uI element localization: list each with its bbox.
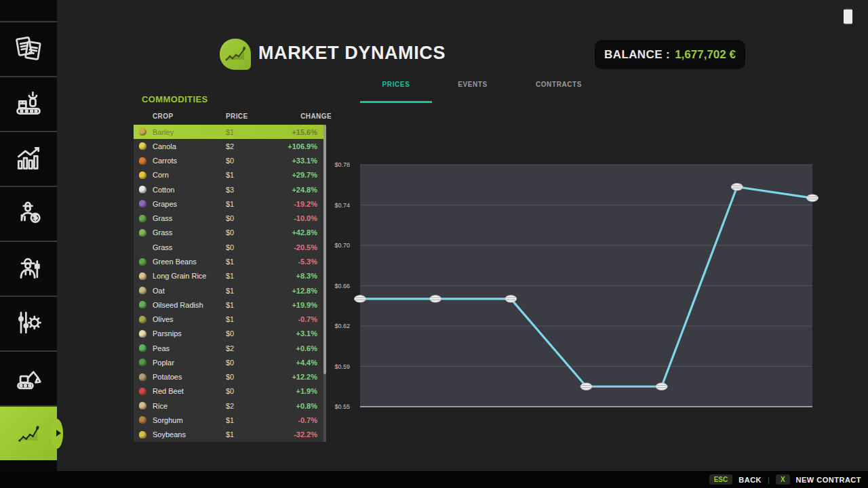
- crop-price: $0: [226, 387, 273, 395]
- crop-name: Grass: [153, 228, 226, 237]
- sidebar-item-market-dynamics[interactable]: [0, 405, 57, 460]
- commodity-row-oilseed-radish[interactable]: Oilseed Radish$1+19.9%: [134, 298, 326, 312]
- oat-crop-icon: [139, 287, 146, 294]
- crop-change: +3.1%: [273, 329, 317, 338]
- commodity-row-corn[interactable]: Corn$1+29.7%: [134, 168, 326, 182]
- commodity-row-grass[interactable]: Grass$0+42.8%: [134, 226, 326, 240]
- crop-change: +15.6%: [273, 128, 317, 136]
- crop-change: +0.8%: [273, 402, 317, 410]
- commodity-row-red-beet[interactable]: Red Beet$0+1.9%: [134, 384, 326, 399]
- tab-events[interactable]: EVENTS: [458, 81, 488, 88]
- balance-display: BALANCE : 1,677,702 €: [595, 40, 745, 69]
- sidebar-item-production[interactable]: [0, 76, 57, 131]
- crop-change: +0.6%: [273, 344, 317, 352]
- commodity-row-grass[interactable]: Grass$0-10.0%: [134, 211, 326, 226]
- peas-crop-icon: [139, 344, 146, 352]
- crop-name: Soybeans: [153, 430, 226, 439]
- crop-change: +12.2%: [273, 373, 317, 381]
- commodity-row-carrots[interactable]: Carrots$0+33.1%: [134, 154, 326, 168]
- y-tick-label: $0.66: [324, 283, 350, 289]
- data-point-marker: [505, 296, 517, 302]
- red-beet-crop-icon: [139, 388, 146, 395]
- crop-name: Oat: [153, 287, 226, 295]
- crop-price: $1: [226, 287, 273, 295]
- commodity-row-grass[interactable]: Grass$0-20.5%: [134, 240, 326, 254]
- commodity-row-barley[interactable]: Barley$1+15.6%: [134, 125, 326, 139]
- commodity-row-olives[interactable]: Olives$1-0.7%: [134, 312, 326, 326]
- cutoff-icon: [15, 0, 42, 20]
- crop-price: $1: [226, 258, 273, 266]
- commodity-row-rice[interactable]: Rice$2+0.8%: [134, 399, 326, 413]
- data-point-marker: [731, 184, 743, 190]
- back-label[interactable]: BACK: [738, 476, 762, 484]
- commodity-row-cotton[interactable]: Cotton$3+24.8%: [134, 182, 326, 197]
- commodity-row-grapes[interactable]: Grapes$1-19.2%: [134, 197, 326, 211]
- sidebar-item-excavator[interactable]: [0, 350, 57, 405]
- market-dynamics-logo: [220, 39, 251, 70]
- data-point-marker: [355, 296, 366, 302]
- commodity-row-peas[interactable]: Peas$2+0.6%: [134, 341, 326, 355]
- crop-price: $1: [226, 430, 273, 439]
- sidebar-item-farmer[interactable]: [0, 241, 57, 296]
- crop-price: $0: [226, 373, 273, 381]
- crop-change: +12.8%: [273, 287, 317, 295]
- crop-name: Corn: [153, 171, 226, 179]
- commodity-row-potatoes[interactable]: Potatoes$0+12.2%: [134, 370, 326, 384]
- commodity-row-green-beans[interactable]: Green Beans$1-5.3%: [134, 254, 326, 268]
- sidebar-item-statistics[interactable]: [0, 131, 57, 186]
- sidebar-item-cutoff[interactable]: [0, 0, 57, 21]
- commodity-row-oat[interactable]: Oat$1+12.8%: [134, 283, 326, 298]
- commodity-row-canola[interactable]: Canola$2+106.9%: [134, 139, 326, 153]
- crop-price: $3: [226, 186, 273, 194]
- x-key[interactable]: X: [776, 474, 790, 485]
- crop-change: +1.9%: [273, 387, 317, 395]
- crop-price: $1: [226, 200, 273, 208]
- commodity-row-soybeans[interactable]: Soybeans$1-32.2%: [134, 428, 326, 442]
- balance-label: BALANCE :: [604, 48, 670, 62]
- crop-change: +19.9%: [273, 301, 317, 309]
- crop-change: -0.7%: [273, 315, 317, 323]
- y-tick-label: $0.78: [324, 161, 350, 168]
- corn-crop-icon: [139, 171, 146, 179]
- sorghum-crop-icon: [139, 416, 146, 424]
- crop-change: +4.4%: [273, 359, 317, 367]
- new-contract-label[interactable]: NEW CONTRACT: [796, 476, 861, 484]
- tab-contracts[interactable]: CONTRACTS: [536, 81, 582, 88]
- long-grain-rice-crop-icon: [139, 272, 146, 280]
- sidebar: [0, 0, 57, 471]
- olives-crop-icon: [139, 316, 146, 323]
- market-dynamics-screen: MARKET DYNAMICS BALANCE : 1,677,702 € PR…: [0, 0, 868, 488]
- crop-name: Olives: [153, 315, 226, 323]
- footer-bar: ESC BACK | X NEW CONTRACT: [0, 471, 868, 488]
- esc-key[interactable]: ESC: [709, 474, 733, 485]
- crop-name: Rice: [153, 402, 226, 410]
- price-line: [360, 187, 812, 387]
- commodity-row-parsnips[interactable]: Parsnips$0+3.1%: [134, 327, 326, 341]
- potatoes-crop-icon: [139, 373, 146, 381]
- commodity-row-long-grain-rice[interactable]: Long Grain Rice$1+8.3%: [134, 269, 326, 283]
- crop-price: $2: [226, 142, 273, 150]
- farmer-icon: [14, 253, 43, 285]
- commodity-row-sorghum[interactable]: Sorghum$1-0.7%: [134, 413, 326, 427]
- tab-prices[interactable]: PRICES: [382, 81, 410, 88]
- sidebar-item-settings[interactable]: [0, 296, 57, 350]
- column-change: CHANGE: [273, 113, 332, 120]
- cotton-crop-icon: [139, 186, 146, 193]
- chart-y-axis: $0.78$0.74$0.70$0.66$0.62$0.59$0.55: [324, 165, 350, 407]
- crop-change: -0.7%: [273, 416, 317, 424]
- crop-name: Potatoes: [153, 373, 226, 381]
- excavator-icon: [14, 363, 43, 395]
- crop-name: Cotton: [153, 186, 226, 194]
- crop-name: Grapes: [153, 200, 226, 208]
- crop-change: +29.7%: [273, 171, 317, 179]
- crop-name: Grass: [153, 214, 226, 222]
- commodities-title: COMMODITIES: [142, 94, 208, 104]
- commodity-row-poplar[interactable]: Poplar$0+4.4%: [134, 355, 326, 369]
- sidebar-item-documents[interactable]: [0, 21, 57, 76]
- documents-icon: [14, 33, 43, 66]
- crop-name: Barley: [153, 128, 226, 136]
- crop-price: $1: [226, 301, 273, 309]
- y-tick-label: $0.74: [324, 202, 350, 209]
- y-tick-label: $0.70: [324, 242, 350, 249]
- sidebar-item-sales[interactable]: [0, 186, 57, 241]
